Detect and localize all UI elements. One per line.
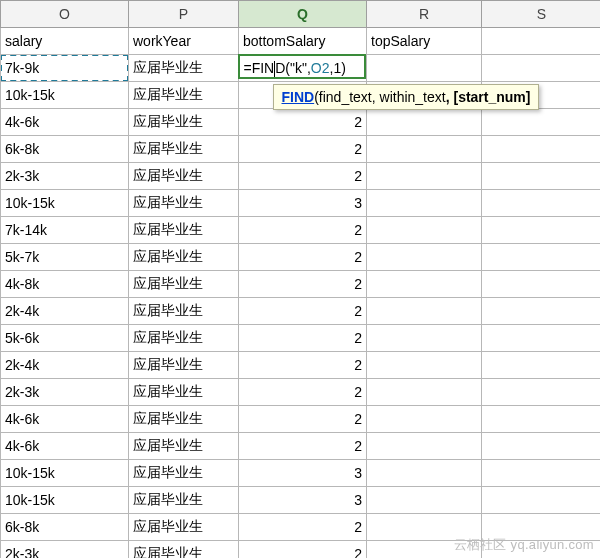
cell[interactable] [482, 190, 601, 217]
cell[interactable] [482, 55, 601, 82]
cell-workyear[interactable]: 应届毕业生 [129, 271, 239, 298]
cell-workyear[interactable]: 应届毕业生 [129, 541, 239, 559]
cell-editor[interactable]: =FIND("k",O2,1) [238, 54, 366, 79]
cell-topsalary[interactable] [367, 352, 482, 379]
cell-topsalary[interactable] [367, 244, 482, 271]
cell[interactable] [482, 244, 601, 271]
cell-topsalary[interactable] [367, 271, 482, 298]
cell-topsalary[interactable] [367, 325, 482, 352]
cell-bottomsalary[interactable]: 2 [239, 271, 367, 298]
cell[interactable] [482, 433, 601, 460]
cell-workyear[interactable]: 应届毕业生 [129, 163, 239, 190]
cell-bottomsalary[interactable]: 2 [239, 352, 367, 379]
cell-salary[interactable]: 6k-8k [1, 514, 129, 541]
cell-salary[interactable]: 2k-3k [1, 163, 129, 190]
function-tooltip-name[interactable]: FIND [282, 89, 315, 105]
cell-salary[interactable]: 10k-15k [1, 190, 129, 217]
cell[interactable]: topSalary [367, 28, 482, 55]
cell[interactable]: workYear [129, 28, 239, 55]
cell-topsalary[interactable] [367, 379, 482, 406]
cell-workyear[interactable]: 应届毕业生 [129, 406, 239, 433]
cell[interactable] [482, 136, 601, 163]
cell-salary[interactable]: 10k-15k [1, 460, 129, 487]
cell[interactable] [482, 271, 601, 298]
col-header-P[interactable]: P [129, 1, 239, 28]
cell-topsalary[interactable] [367, 217, 482, 244]
cell-salary[interactable]: 6k-8k [1, 136, 129, 163]
cell-workyear[interactable]: 应届毕业生 [129, 487, 239, 514]
cell-bottomsalary[interactable]: 2 [239, 379, 367, 406]
cell-salary[interactable]: 5k-7k [1, 244, 129, 271]
cell-workyear[interactable]: 应届毕业生 [129, 514, 239, 541]
cell-topsalary[interactable] [367, 460, 482, 487]
cell-workyear[interactable]: 应届毕业生 [129, 82, 239, 109]
cell-topsalary[interactable] [367, 163, 482, 190]
cell-salary[interactable]: 7k-14k [1, 217, 129, 244]
cell[interactable] [482, 541, 601, 559]
cell[interactable] [482, 28, 601, 55]
cell-topsalary[interactable] [367, 406, 482, 433]
cell[interactable]: bottomSalary [239, 28, 367, 55]
cell-salary[interactable]: 10k-15k [1, 487, 129, 514]
cell[interactable] [482, 460, 601, 487]
col-header-Q[interactable]: Q [239, 1, 367, 28]
cell-workyear[interactable]: 应届毕业生 [129, 109, 239, 136]
cell-salary[interactable]: 2k-4k [1, 298, 129, 325]
cell[interactable] [482, 406, 601, 433]
cell-topsalary[interactable] [367, 55, 482, 82]
cell-workyear[interactable]: 应届毕业生 [129, 352, 239, 379]
cell-workyear[interactable]: 应届毕业生 [129, 136, 239, 163]
cell-topsalary[interactable] [367, 136, 482, 163]
cell-topsalary[interactable] [367, 541, 482, 559]
cell-bottomsalary[interactable]: 2 [239, 244, 367, 271]
cell-workyear[interactable]: 应届毕业生 [129, 298, 239, 325]
col-header-S[interactable]: S [482, 1, 601, 28]
cell-bottomsalary[interactable]: 2 [239, 109, 367, 136]
cell-salary[interactable]: 10k-15k [1, 82, 129, 109]
cell[interactable]: salary [1, 28, 129, 55]
cell-salary[interactable]: 4k-6k [1, 109, 129, 136]
cell-bottomsalary[interactable]: 2 [239, 298, 367, 325]
cell-salary[interactable]: 4k-6k [1, 433, 129, 460]
cell-salary[interactable]: 5k-6k [1, 325, 129, 352]
cell-workyear[interactable]: 应届毕业生 [129, 190, 239, 217]
cell[interactable] [482, 514, 601, 541]
cell[interactable] [482, 325, 601, 352]
cell-workyear[interactable]: 应届毕业生 [129, 55, 239, 82]
cell-bottomsalary[interactable]: 2 [239, 163, 367, 190]
cell[interactable] [482, 487, 601, 514]
cell-topsalary[interactable] [367, 433, 482, 460]
cell-workyear[interactable]: 应届毕业生 [129, 244, 239, 271]
cell-salary[interactable]: 4k-8k [1, 271, 129, 298]
cell-bottomsalary[interactable]: 3 [239, 487, 367, 514]
cell-bottomsalary[interactable]: 2 [239, 325, 367, 352]
cell-workyear[interactable]: 应届毕业生 [129, 379, 239, 406]
cell[interactable] [482, 109, 601, 136]
cell-bottomsalary[interactable]: 2 [239, 514, 367, 541]
cell-salary[interactable]: 2k-4k [1, 352, 129, 379]
cell-bottomsalary[interactable]: 2 [239, 136, 367, 163]
cell-salary[interactable]: 4k-6k [1, 406, 129, 433]
col-header-O[interactable]: O [1, 1, 129, 28]
cell[interactable] [482, 379, 601, 406]
cell-salary[interactable]: 2k-3k [1, 379, 129, 406]
cell-topsalary[interactable] [367, 487, 482, 514]
cell-bottomsalary[interactable]: 2 [239, 541, 367, 559]
cell[interactable] [482, 298, 601, 325]
cell-bottomsalary[interactable]: 3 [239, 190, 367, 217]
cell-bottomsalary[interactable]: 2 [239, 406, 367, 433]
cell-salary[interactable]: 2k-3k [1, 541, 129, 559]
cell[interactable] [482, 163, 601, 190]
cell-workyear[interactable]: 应届毕业生 [129, 460, 239, 487]
cell-salary[interactable]: 7k-9k [1, 55, 129, 82]
cell[interactable] [482, 217, 601, 244]
col-header-R[interactable]: R [367, 1, 482, 28]
cell-bottomsalary[interactable]: 2 [239, 217, 367, 244]
cell-workyear[interactable]: 应届毕业生 [129, 217, 239, 244]
cell-workyear[interactable]: 应届毕业生 [129, 325, 239, 352]
cell-topsalary[interactable] [367, 514, 482, 541]
cell-workyear[interactable]: 应届毕业生 [129, 433, 239, 460]
cell-topsalary[interactable] [367, 298, 482, 325]
cell-bottomsalary[interactable]: 3 [239, 460, 367, 487]
cell[interactable] [482, 352, 601, 379]
